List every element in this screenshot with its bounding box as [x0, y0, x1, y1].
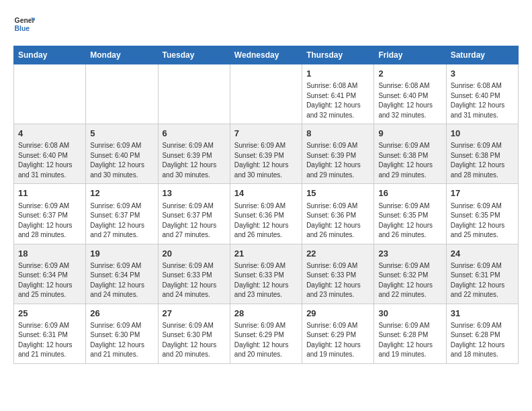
calendar-header: SundayMondayTuesdayWednesdayThursdayFrid… — [14, 46, 519, 64]
calendar-cell: 19Sunrise: 6:09 AM Sunset: 6:34 PM Dayli… — [86, 244, 158, 304]
day-detail: Sunrise: 6:08 AM Sunset: 6:41 PM Dayligh… — [306, 81, 369, 120]
calendar-cell: 14Sunrise: 6:09 AM Sunset: 6:36 PM Dayli… — [230, 184, 302, 244]
calendar-cell: 21Sunrise: 6:09 AM Sunset: 6:33 PM Dayli… — [230, 244, 302, 304]
day-number: 23 — [378, 248, 441, 260]
day-number: 30 — [378, 308, 441, 320]
calendar-week-row: 4Sunrise: 6:08 AM Sunset: 6:40 PM Daylig… — [14, 124, 519, 184]
day-number: 7 — [234, 128, 298, 140]
day-number: 27 — [163, 308, 226, 320]
day-number: 15 — [306, 187, 369, 199]
day-number: 8 — [306, 128, 369, 140]
calendar-cell: 28Sunrise: 6:09 AM Sunset: 6:29 PM Dayli… — [230, 304, 302, 363]
day-number: 3 — [451, 68, 514, 80]
logo: General Blue — [13, 13, 35, 35]
day-number: 14 — [234, 187, 298, 199]
day-of-week-header: Friday — [374, 46, 446, 64]
page-header: General Blue — [13, 13, 519, 35]
calendar-week-row: 25Sunrise: 6:09 AM Sunset: 6:31 PM Dayli… — [14, 304, 519, 363]
calendar-cell: 20Sunrise: 6:09 AM Sunset: 6:33 PM Dayli… — [158, 244, 230, 304]
day-number: 17 — [451, 187, 514, 199]
day-number: 28 — [234, 308, 298, 320]
svg-text:Blue: Blue — [15, 25, 30, 32]
calendar-cell: 11Sunrise: 6:09 AM Sunset: 6:37 PM Dayli… — [14, 184, 86, 244]
day-detail: Sunrise: 6:09 AM Sunset: 6:33 PM Dayligh… — [306, 261, 369, 300]
calendar-week-row: 11Sunrise: 6:09 AM Sunset: 6:37 PM Dayli… — [14, 184, 519, 244]
calendar-cell: 8Sunrise: 6:09 AM Sunset: 6:39 PM Daylig… — [302, 124, 374, 184]
day-detail: Sunrise: 6:09 AM Sunset: 6:28 PM Dayligh… — [451, 321, 514, 360]
day-of-week-header: Monday — [86, 46, 158, 64]
day-detail: Sunrise: 6:09 AM Sunset: 6:31 PM Dayligh… — [18, 321, 81, 360]
calendar-cell: 9Sunrise: 6:09 AM Sunset: 6:38 PM Daylig… — [374, 124, 446, 184]
calendar-table: SundayMondayTuesdayWednesdayThursdayFrid… — [13, 46, 519, 364]
day-detail: Sunrise: 6:09 AM Sunset: 6:39 PM Dayligh… — [234, 141, 298, 180]
calendar-cell: 22Sunrise: 6:09 AM Sunset: 6:33 PM Dayli… — [302, 244, 374, 304]
day-number: 18 — [18, 248, 81, 260]
calendar-cell: 4Sunrise: 6:08 AM Sunset: 6:40 PM Daylig… — [14, 124, 86, 184]
calendar-body: 1Sunrise: 6:08 AM Sunset: 6:41 PM Daylig… — [14, 64, 519, 364]
calendar-cell: 25Sunrise: 6:09 AM Sunset: 6:31 PM Dayli… — [14, 304, 86, 363]
day-detail: Sunrise: 6:09 AM Sunset: 6:38 PM Dayligh… — [451, 141, 514, 180]
day-detail: Sunrise: 6:09 AM Sunset: 6:36 PM Dayligh… — [234, 201, 298, 240]
day-detail: Sunrise: 6:09 AM Sunset: 6:31 PM Dayligh… — [451, 261, 514, 300]
calendar-cell — [230, 64, 302, 124]
day-number: 22 — [306, 248, 369, 260]
calendar-cell: 31Sunrise: 6:09 AM Sunset: 6:28 PM Dayli… — [446, 304, 518, 363]
day-detail: Sunrise: 6:09 AM Sunset: 6:37 PM Dayligh… — [18, 201, 81, 240]
calendar-cell: 1Sunrise: 6:08 AM Sunset: 6:41 PM Daylig… — [302, 64, 374, 124]
day-number: 2 — [378, 68, 441, 80]
day-detail: Sunrise: 6:09 AM Sunset: 6:33 PM Dayligh… — [163, 261, 226, 300]
calendar-cell: 5Sunrise: 6:09 AM Sunset: 6:40 PM Daylig… — [86, 124, 158, 184]
day-number: 19 — [90, 248, 153, 260]
day-detail: Sunrise: 6:09 AM Sunset: 6:39 PM Dayligh… — [163, 141, 226, 180]
calendar-cell: 17Sunrise: 6:09 AM Sunset: 6:35 PM Dayli… — [446, 184, 518, 244]
calendar-cell: 26Sunrise: 6:09 AM Sunset: 6:30 PM Dayli… — [86, 304, 158, 363]
day-detail: Sunrise: 6:08 AM Sunset: 6:40 PM Dayligh… — [451, 81, 514, 120]
day-number: 10 — [451, 128, 514, 140]
calendar-cell: 30Sunrise: 6:09 AM Sunset: 6:28 PM Dayli… — [374, 304, 446, 363]
day-number: 16 — [378, 187, 441, 199]
day-detail: Sunrise: 6:09 AM Sunset: 6:32 PM Dayligh… — [378, 261, 441, 300]
day-of-week-header: Sunday — [14, 46, 86, 64]
calendar-week-row: 18Sunrise: 6:09 AM Sunset: 6:34 PM Dayli… — [14, 244, 519, 304]
day-number: 13 — [163, 187, 226, 199]
day-number: 12 — [90, 187, 153, 199]
day-detail: Sunrise: 6:08 AM Sunset: 6:40 PM Dayligh… — [378, 81, 441, 120]
day-of-week-header: Thursday — [302, 46, 374, 64]
calendar-cell — [14, 64, 86, 124]
day-detail: Sunrise: 6:09 AM Sunset: 6:40 PM Dayligh… — [90, 141, 153, 180]
calendar-cell: 10Sunrise: 6:09 AM Sunset: 6:38 PM Dayli… — [446, 124, 518, 184]
day-number: 29 — [306, 308, 369, 320]
day-number: 21 — [234, 248, 298, 260]
day-detail: Sunrise: 6:09 AM Sunset: 6:33 PM Dayligh… — [234, 261, 298, 300]
day-detail: Sunrise: 6:09 AM Sunset: 6:37 PM Dayligh… — [163, 201, 226, 240]
day-detail: Sunrise: 6:09 AM Sunset: 6:29 PM Dayligh… — [234, 321, 298, 360]
calendar-cell: 23Sunrise: 6:09 AM Sunset: 6:32 PM Dayli… — [374, 244, 446, 304]
logo-icon: General Blue — [13, 13, 35, 35]
calendar-cell — [158, 64, 230, 124]
calendar-cell: 29Sunrise: 6:09 AM Sunset: 6:29 PM Dayli… — [302, 304, 374, 363]
day-detail: Sunrise: 6:09 AM Sunset: 6:34 PM Dayligh… — [90, 261, 153, 300]
day-number: 1 — [306, 68, 369, 80]
day-number: 11 — [18, 187, 81, 199]
days-of-week-row: SundayMondayTuesdayWednesdayThursdayFrid… — [14, 46, 519, 64]
calendar-cell: 15Sunrise: 6:09 AM Sunset: 6:36 PM Dayli… — [302, 184, 374, 244]
day-detail: Sunrise: 6:09 AM Sunset: 6:38 PM Dayligh… — [378, 141, 441, 180]
calendar-cell: 27Sunrise: 6:09 AM Sunset: 6:30 PM Dayli… — [158, 304, 230, 363]
day-detail: Sunrise: 6:09 AM Sunset: 6:28 PM Dayligh… — [378, 321, 441, 360]
day-number: 24 — [451, 248, 514, 260]
calendar-cell: 7Sunrise: 6:09 AM Sunset: 6:39 PM Daylig… — [230, 124, 302, 184]
day-detail: Sunrise: 6:09 AM Sunset: 6:39 PM Dayligh… — [306, 141, 369, 180]
day-detail: Sunrise: 6:09 AM Sunset: 6:30 PM Dayligh… — [90, 321, 153, 360]
day-detail: Sunrise: 6:09 AM Sunset: 6:29 PM Dayligh… — [306, 321, 369, 360]
day-number: 26 — [90, 308, 153, 320]
day-detail: Sunrise: 6:09 AM Sunset: 6:36 PM Dayligh… — [306, 201, 369, 240]
day-number: 20 — [163, 248, 226, 260]
day-number: 31 — [451, 308, 514, 320]
calendar-cell: 2Sunrise: 6:08 AM Sunset: 6:40 PM Daylig… — [374, 64, 446, 124]
day-detail: Sunrise: 6:09 AM Sunset: 6:35 PM Dayligh… — [378, 201, 441, 240]
day-of-week-header: Wednesday — [230, 46, 302, 64]
day-detail: Sunrise: 6:09 AM Sunset: 6:37 PM Dayligh… — [90, 201, 153, 240]
day-of-week-header: Saturday — [446, 46, 518, 64]
calendar-cell: 3Sunrise: 6:08 AM Sunset: 6:40 PM Daylig… — [446, 64, 518, 124]
calendar-week-row: 1Sunrise: 6:08 AM Sunset: 6:41 PM Daylig… — [14, 64, 519, 124]
